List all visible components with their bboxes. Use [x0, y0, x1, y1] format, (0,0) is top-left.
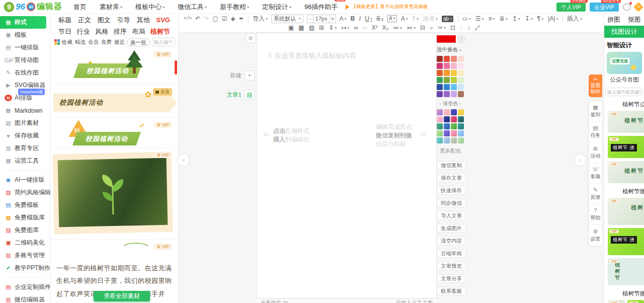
color-swatch[interactable] [458, 63, 464, 69]
sidebar-item-image-material[interactable]: ▧ 图片素材 [0, 117, 50, 129]
scrollbar-thumb[interactable] [175, 60, 177, 74]
link-icon[interactable]: ∞ [354, 24, 358, 32]
color-swatch[interactable] [451, 77, 457, 83]
undo-icon[interactable]: ↶ [195, 15, 200, 23]
filter-featured[interactable]: 精选 [75, 39, 86, 46]
font-size-plus[interactable]: + [330, 15, 336, 23]
sidebar-item-ai-one-click[interactable]: ◉ AI一键排版 [0, 174, 50, 186]
nav-home[interactable]: 首页 [73, 3, 87, 12]
char-spacing-icon[interactable]: |A| [548, 15, 558, 23]
generate-image-button[interactable]: 生成图片 [437, 224, 466, 233]
more-colors-link[interactable]: 更多配色 [437, 147, 464, 155]
sidebar-item-online-drawing[interactable]: ✎ 在线作图 [0, 66, 50, 79]
background-icon[interactable]: ▨ [309, 24, 314, 32]
find-image-design-button[interactable]: 找图设计 [604, 26, 644, 38]
nav-custom-design[interactable]: 定制设计 [262, 3, 291, 12]
insert-dropdown[interactable]: 插入 [567, 15, 582, 23]
gradient-swatch[interactable] [451, 109, 457, 115]
check-doc-icon[interactable]: ☑ [222, 15, 227, 23]
color-swatch[interactable] [444, 84, 450, 90]
color-swatch[interactable] [437, 63, 443, 69]
subscript-icon[interactable]: X₂ [382, 24, 388, 32]
sidebar-item-free-templates[interactable]: ▤ 免费模板 [0, 199, 50, 211]
gradient-swatch[interactable] [437, 116, 443, 122]
float-item-support[interactable]: ☏ 客服 [589, 163, 602, 184]
color-swatch[interactable] [458, 77, 464, 83]
color-swatch[interactable] [444, 63, 450, 69]
announcement-link[interactable]: 【模板更新】春天出游踏青赏花模板 [346, 4, 428, 10]
color-swatch[interactable] [458, 56, 464, 62]
highlight-icon[interactable]: ab [442, 16, 453, 22]
tab-style[interactable]: 风格 [95, 27, 108, 36]
color-swatch[interactable] [444, 70, 450, 76]
gif-image-icon[interactable]: ▩ [298, 24, 304, 32]
gradient-swatch[interactable] [458, 116, 464, 122]
underline-icon[interactable]: U [365, 15, 372, 23]
tab-title[interactable]: 标题 [58, 16, 71, 25]
color-swatch[interactable] [437, 84, 443, 90]
letter-spacing-icon[interactable]: Ŧ [412, 15, 419, 23]
change-batch-button[interactable]: 换一批 [127, 38, 150, 46]
color-swatch[interactable] [444, 91, 450, 97]
clear-content-button[interactable]: 清空内容 [437, 237, 466, 245]
enterprise-vip-button[interactable]: 企业VIP 500京东卡 [590, 3, 619, 12]
nav-wechat-tools[interactable]: 微信工具 [178, 3, 207, 12]
move-down-icon[interactable]: ↓ [467, 24, 470, 32]
align-left-icon[interactable]: ☰ [475, 15, 484, 23]
color-swatch[interactable] [458, 91, 464, 97]
gradient-swatch[interactable] [437, 130, 443, 136]
cover-card-watercolor-3[interactable]: VIP 植树 [608, 198, 644, 225]
float-item-feedback[interactable]: ✎ 反馈 [589, 184, 602, 204]
tab-cutout[interactable]: 抠图 [628, 16, 641, 24]
border-icon[interactable]: ▭ [462, 15, 470, 23]
article-share-button[interactable]: 文章分享 [437, 274, 466, 283]
new-doc-icon[interactable]: ▢ [212, 15, 218, 23]
vip-gem-icon[interactable]: V [633, 2, 643, 12]
tab-body[interactable]: 正文 [78, 16, 91, 25]
cover-card-small-2[interactable]: VIP 植树 [627, 300, 644, 303]
sidebar-item-templates[interactable]: ▣ 模板 [0, 29, 50, 41]
template-card-banner-arrow[interactable]: 企业 校园植树活动 ✿ [50, 85, 178, 118]
bold-icon[interactable]: B [351, 15, 355, 23]
gradient-swatch[interactable] [458, 109, 464, 115]
color-swatch[interactable] [458, 84, 464, 90]
strikethrough-icon[interactable]: S [376, 15, 383, 23]
editor-canvas[interactable]: ⇧ 在这里直接输入或粘贴内容 ⇦ 点击左侧样式 插入到编辑区 编辑完成后点 微信… [257, 33, 437, 298]
nav-beginner-tutorial[interactable]: 新手教程 [220, 3, 249, 12]
cover-maker-button[interactable]: ✂ 首图 制作 [589, 74, 602, 97]
sidebar-item-favorites[interactable]: ♥ 保存收藏 [0, 129, 50, 142]
color-swatch[interactable] [444, 56, 450, 62]
gradient-swatch[interactable] [437, 123, 443, 129]
paste-icon[interactable]: ⊟ [420, 24, 425, 32]
new-article-tab[interactable]: 新建 + [223, 70, 255, 81]
sidebar-item-multi-account[interactable]: ▥ 多账号管理 [0, 249, 50, 262]
tab-svg[interactable]: SVG [156, 16, 170, 24]
app-logo[interactable]: 9 96 AI 编辑器 [0, 2, 67, 12]
tab-guide[interactable]: 引导 [117, 16, 130, 25]
template-card-banner-number[interactable]: ♛VIP 01 校园植树活动 ⁄⁄ [50, 118, 178, 148]
color-swatch[interactable] [444, 77, 450, 83]
line-height-icon[interactable]: ⇕ [329, 24, 337, 32]
align-center-icon[interactable]: ≣ [500, 15, 508, 23]
tab-other[interactable]: 其他 [137, 16, 150, 25]
tab-image-text[interactable]: 图文 [98, 16, 111, 25]
float-item-settings[interactable]: ⚙ 设置 [589, 225, 602, 246]
gradient-swatch[interactable] [451, 130, 457, 136]
tab-festival[interactable]: 节日 [58, 27, 71, 36]
gradient-swatch[interactable] [451, 137, 457, 143]
font-color-icon[interactable]: A [340, 15, 347, 23]
gradient-swatch[interactable] [451, 116, 457, 122]
page-setup-icon[interactable]: ⊡ [450, 24, 455, 32]
tab-sort[interactable]: 排序 [114, 27, 127, 36]
float-item-tasks[interactable]: ▤ 任务 [589, 122, 602, 142]
superscript-icon[interactable]: X² [371, 24, 377, 32]
collapse-right-panel-button[interactable]: › [574, 154, 587, 167]
color-swatch[interactable] [437, 56, 443, 62]
float-item-checkin[interactable]: ▦ 签到 [589, 101, 602, 122]
cover-card-watercolor-1[interactable]: VIP 植树节 [608, 111, 644, 133]
tab-industry[interactable]: 行业 [77, 27, 90, 36]
message-icon[interactable]: ⋯ [623, 4, 631, 11]
sidebar-item-education-zone[interactable]: ▥ 教育专区 [0, 142, 50, 155]
sidebar-item-qrcode-beautify[interactable]: ▣ 二维码美化 [0, 237, 50, 249]
find-replace-icon[interactable]: ⌕ [430, 24, 433, 32]
